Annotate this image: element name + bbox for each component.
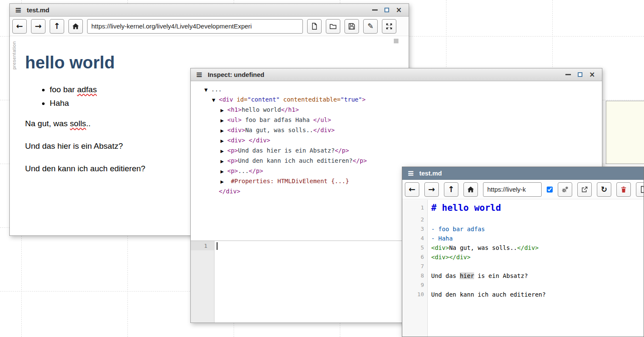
forward-button[interactable]: → — [424, 182, 439, 197]
forward-icon: → — [35, 22, 42, 30]
code-text — [428, 262, 644, 271]
edit-button[interactable]: ✎ — [363, 19, 378, 34]
text-segment: contenteditable= — [283, 96, 341, 103]
url-input[interactable] — [483, 182, 542, 197]
text-segment: <p> — [227, 157, 238, 164]
text-segment: #Properties: HTMLDivElement {...} — [227, 178, 349, 184]
delete-button[interactable] — [616, 182, 631, 197]
code-line[interactable]: 2 — [402, 215, 644, 224]
tree-node[interactable]: ▶<h1>hello world</h1> — [191, 105, 602, 115]
auto-update-checkbox[interactable] — [547, 187, 553, 193]
save-button[interactable] — [345, 19, 359, 34]
save-icon — [348, 23, 356, 30]
expand-arrow-icon[interactable]: ▶ — [220, 116, 227, 125]
close-button[interactable]: × — [589, 71, 595, 78]
text-segment: Und das hier is ein Absatz? — [238, 147, 335, 154]
tree-node[interactable]: ▼<div id="content" contenteditable="true… — [191, 95, 602, 105]
code-line[interactable]: 1# hello world — [402, 201, 644, 215]
scroll-handle[interactable] — [394, 39, 398, 43]
up-button[interactable]: ↑ — [50, 19, 64, 34]
code-line[interactable]: 7 — [402, 262, 644, 271]
pencil-icon: ✎ — [367, 23, 373, 30]
refresh-button[interactable]: ↻ — [597, 182, 611, 197]
markdown-window-titlebar[interactable]: ≡ test.md × — [10, 4, 409, 17]
folder-icon — [329, 23, 337, 30]
menu-icon[interactable]: ≡ — [15, 6, 22, 14]
text-segment: </div> — [449, 254, 471, 261]
text-segment: hello world — [242, 106, 281, 113]
text-segment: Und den kann ich auch editieren? — [238, 157, 353, 164]
code-line[interactable]: 3- foo bar adfas — [402, 224, 644, 234]
new-file-button[interactable] — [307, 19, 322, 34]
expand-arrow-icon[interactable]: ▶ — [220, 157, 227, 166]
expand-arrow-icon[interactable]: ▶ — [220, 147, 227, 156]
partial-window[interactable] — [606, 101, 644, 164]
expand-arrow-icon[interactable]: ▶ — [220, 126, 227, 136]
new-file-button[interactable] — [636, 182, 644, 197]
code-line[interactable]: 6<div></div> — [402, 252, 644, 262]
code-text: - foo bar adfas — [428, 224, 644, 234]
expand-arrow-icon[interactable]: ▶ — [220, 136, 227, 146]
expand-arrow-icon[interactable]: ▶ — [220, 167, 227, 176]
text-segment: ... — [211, 86, 222, 93]
line-number: 4 — [402, 234, 428, 243]
window-controls: × — [565, 71, 597, 78]
code-line[interactable]: 5<div>Na gut, was solls..</div> — [402, 243, 644, 252]
line-number: 8 — [402, 271, 428, 280]
text-segment: hier — [460, 272, 474, 279]
tree-node[interactable]: ▶<div> </div> — [191, 136, 602, 146]
code-text: <div></div> — [428, 252, 644, 262]
code-line[interactable]: 4- Haha — [402, 234, 644, 243]
settings-button[interactable] — [558, 182, 572, 197]
code-line[interactable]: 10Und den kann ich auch editieren? — [402, 290, 644, 299]
close-button[interactable]: × — [396, 6, 402, 14]
code-editor[interactable]: 1# hello world23- foo bar adfas4- Haha5<… — [402, 200, 644, 337]
home-icon — [467, 186, 475, 193]
code-line[interactable]: 8Und das hier is ein Absatz? — [402, 271, 644, 280]
line-number: 5 — [402, 243, 428, 252]
text-segment: <div — [219, 96, 237, 103]
editor-window-titlebar[interactable]: ≡ test.md — [402, 167, 644, 180]
forward-button[interactable]: → — [31, 19, 45, 34]
maximize-button[interactable] — [384, 8, 389, 12]
text-segment: <div> — [431, 244, 449, 251]
text-segment: - Haha — [431, 235, 453, 242]
home-button[interactable] — [68, 19, 83, 34]
back-button[interactable]: ← — [12, 19, 27, 34]
tree-node[interactable]: ▶<ul> foo bar adfas Haha </ul> — [191, 115, 602, 125]
text-segment: ... — [238, 167, 249, 174]
tree-node[interactable]: ▶<div>Na gut, was solls..</div> — [191, 125, 602, 136]
tree-node[interactable]: ▼... — [191, 85, 602, 95]
inspector-window-titlebar[interactable]: ≡ Inspect: undefined × — [191, 68, 602, 81]
text-segment: Na gut, was solls.. — [245, 127, 313, 133]
url-input[interactable] — [87, 19, 303, 34]
menu-icon[interactable]: ≡ — [196, 71, 203, 79]
collapse-arrow-icon[interactable]: ▼ — [204, 85, 211, 95]
window-title: test.md — [27, 6, 49, 14]
home-button[interactable] — [463, 182, 478, 197]
tree-node[interactable]: ▶<p>Und den kann ich auch editieren?</p> — [191, 156, 602, 166]
tree-node[interactable]: ▶<p>Und das hier is ein Absatz?</p> — [191, 146, 602, 156]
code-line[interactable]: 9 — [402, 280, 644, 290]
maximize-button[interactable] — [578, 72, 582, 77]
folder-button[interactable] — [326, 19, 340, 34]
collapse-arrow-icon[interactable]: ▼ — [212, 96, 219, 105]
minimize-button[interactable] — [372, 9, 378, 11]
text-segment: is ein Absatz? — [474, 272, 528, 279]
code-text — [428, 280, 644, 290]
text-segment: adfas — [77, 85, 96, 94]
back-button[interactable]: ← — [405, 182, 419, 197]
line-number: 10 — [402, 290, 428, 299]
minimize-button[interactable] — [565, 74, 571, 75]
code-text: - Haha — [428, 234, 644, 243]
text-segment: Na gut, was — [25, 119, 70, 128]
text-segment: </div> — [219, 188, 240, 195]
menu-icon[interactable]: ≡ — [407, 169, 414, 177]
open-external-button[interactable] — [577, 182, 592, 197]
expand-arrow-icon[interactable]: ▶ — [220, 106, 227, 115]
up-button[interactable]: ↑ — [444, 182, 458, 197]
code-text: <div>Na gut, was solls..</div> — [428, 243, 644, 252]
expand-button[interactable] — [382, 19, 396, 34]
expand-arrow-icon[interactable]: ▶ — [220, 177, 227, 187]
home-icon — [72, 23, 79, 30]
